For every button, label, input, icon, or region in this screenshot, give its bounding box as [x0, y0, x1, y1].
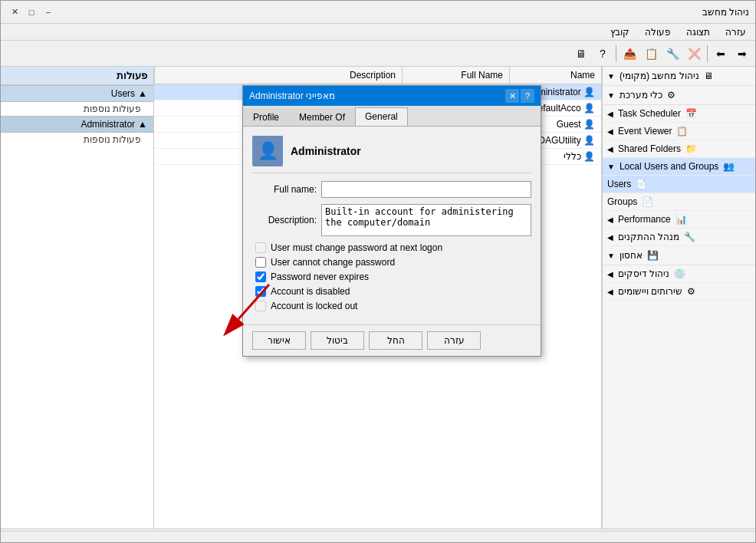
- dialog-footer: עזרה החל ביטול אישור: [243, 324, 541, 356]
- right-panel-label-storage: אחסון: [620, 250, 643, 261]
- chevron-down-icon-tools: ▼: [607, 91, 615, 100]
- menu-help[interactable]: עזרה: [719, 25, 752, 39]
- checkbox-label-never-expires: Password never expires: [271, 272, 369, 282]
- right-panel-label-computer: ניהול מחשב (מקומי): [620, 71, 699, 81]
- menu-file[interactable]: קובץ: [604, 25, 636, 39]
- toolbar-separator-1: [707, 45, 708, 62]
- toolbar-back[interactable]: ⬅: [711, 44, 731, 64]
- right-panel-event-viewer[interactable]: 📋 Event Viewer ◀: [603, 123, 755, 140]
- checkbox-row-locked: Account is locked out: [255, 301, 531, 311]
- window-title: ניהול מחשב: [702, 7, 749, 18]
- right-panel-performance[interactable]: 📊 Performance ◀: [603, 211, 755, 229]
- checkbox-must-change[interactable]: [255, 242, 266, 253]
- section-admin-label: Administrator: [81, 119, 135, 130]
- right-panel-icon-users-groups: 👥: [723, 161, 735, 172]
- dialog-help-btn[interactable]: ?: [521, 89, 534, 103]
- btn-apply[interactable]: החל: [369, 331, 422, 350]
- right-panel-local-users[interactable]: 👥 Local Users and Groups ▼: [603, 158, 755, 176]
- btn-ok[interactable]: אישור: [252, 331, 306, 350]
- right-panel-label-shared: Shared Folders: [618, 143, 681, 154]
- right-panel-label-users-sub: Users: [607, 179, 631, 189]
- menu-view[interactable]: תצוגה: [680, 25, 716, 39]
- subsection-admin-actions[interactable]: פעולות נוספות: [1, 133, 153, 146]
- minimize-button[interactable]: −: [41, 5, 56, 20]
- dialog-title-bar: ? ✕ מאפייני Administrator: [243, 86, 541, 106]
- right-panel-icon-device: 🔧: [684, 232, 695, 242]
- section-users-label: Users: [111, 88, 135, 99]
- toolbar-properties[interactable]: 🔧: [662, 44, 682, 64]
- right-panel-label-groups: Groups: [607, 196, 637, 207]
- checkbox-locked-out[interactable]: [255, 301, 266, 311]
- checkbox-cannot-change[interactable]: [255, 257, 266, 268]
- section-users[interactable]: ▲ Users: [1, 85, 153, 102]
- dialog-close-btn[interactable]: ✕: [505, 89, 519, 103]
- tab-general[interactable]: General: [355, 107, 408, 126]
- checkbox-label-must-change: User must change password at next logon: [271, 242, 442, 253]
- user-icon: 👤: [583, 135, 595, 146]
- dialog-title-controls[interactable]: ? ✕: [505, 89, 534, 103]
- description-input[interactable]: Built-in account for administering the c…: [321, 204, 531, 236]
- checkbox-account-disabled[interactable]: [255, 286, 266, 297]
- user-icon: 👤: [583, 103, 595, 114]
- right-panel-label-scheduler: Task Scheduler: [618, 108, 681, 119]
- toolbar-export[interactable]: 📤: [620, 44, 639, 64]
- right-panel-label-users-groups: Local Users and Groups: [620, 161, 718, 172]
- right-expand-event: ◀: [607, 127, 613, 136]
- maximize-button[interactable]: □: [24, 5, 39, 20]
- right-panel-shared-folders[interactable]: 📁 Shared Folders ◀: [603, 140, 755, 158]
- tab-member-of[interactable]: Member Of: [289, 108, 355, 126]
- checkbox-row-cannot-change: User cannot change password: [255, 257, 531, 268]
- checkbox-row-never-expires: Password never expires: [255, 272, 531, 282]
- description-label: Description:: [252, 215, 321, 225]
- section-admin-expand: ▲: [138, 119, 147, 130]
- right-panel-icon-perf: 📊: [675, 214, 687, 225]
- menu-bar: עזרה תצוגה פעולה קובץ: [1, 24, 755, 41]
- admin-properties-dialog: ? ✕ מאפייני Administrator General Member…: [242, 85, 541, 357]
- btn-cancel[interactable]: ביטול: [311, 331, 364, 350]
- col-header-fullname: Full Name: [402, 67, 509, 84]
- toolbar-help[interactable]: ?: [593, 44, 613, 64]
- description-row: Description: Built-in account for admini…: [252, 204, 531, 236]
- toolbar-view[interactable]: 🖥: [571, 44, 591, 64]
- right-panel-icon-services: ⚙: [687, 286, 695, 297]
- window-controls[interactable]: ✕ □ −: [7, 5, 56, 20]
- right-expand-shared: ◀: [607, 145, 613, 153]
- right-panel-icon-disk: 💿: [674, 268, 685, 279]
- right-panel-tools[interactable]: ⚙ כלי מערכת ▼: [603, 86, 755, 105]
- right-panel-icon-tools: ⚙: [667, 90, 675, 100]
- close-button[interactable]: ✕: [7, 5, 22, 20]
- right-panel-device-manager[interactable]: 🔧 מנהל ההתקנים ◀: [603, 229, 755, 246]
- toolbar-forward[interactable]: ➡: [732, 44, 752, 64]
- user-icon: 👤: [583, 151, 595, 162]
- tab-profile[interactable]: Profile: [243, 108, 289, 126]
- right-panel-disk-mgmt[interactable]: 💿 ניהול דיסקים ◀: [603, 265, 755, 283]
- right-panel-label-services: שירותים ויישומים: [618, 286, 682, 297]
- btn-help[interactable]: עזרה: [427, 331, 481, 350]
- right-panel-computer[interactable]: 🖥 ניהול מחשב (מקומי) ▼: [603, 67, 755, 86]
- right-panel-icon-computer: 🖥: [704, 71, 713, 81]
- toolbar-separator-2: [616, 45, 616, 62]
- user-avatar: 👤: [252, 136, 283, 166]
- right-panel-icon-scheduler: 📅: [685, 108, 697, 119]
- right-panel-storage[interactable]: 💾 אחסון ▼: [603, 246, 755, 265]
- right-panel-users[interactable]: 📄 Users: [603, 176, 755, 193]
- checkbox-label-disabled: Account is disabled: [271, 286, 350, 297]
- subsection-users-actions[interactable]: פעולות נוספות: [1, 102, 153, 116]
- right-panel-task-scheduler[interactable]: 📅 Task Scheduler ◀: [603, 105, 755, 123]
- full-name-input[interactable]: [321, 181, 531, 198]
- right-panel-label-perf: Performance: [618, 214, 671, 225]
- section-admin[interactable]: ▲ Administrator: [1, 116, 153, 133]
- toolbar-delete[interactable]: ❌: [684, 44, 704, 64]
- right-expand-services: ◀: [607, 288, 613, 296]
- right-panel-groups[interactable]: 📄 Groups: [603, 193, 755, 211]
- menu-action[interactable]: פעולה: [639, 25, 677, 39]
- dialog-tabs: General Member Of Profile: [243, 106, 541, 127]
- checkbox-never-expires[interactable]: [255, 272, 266, 282]
- toolbar-copy[interactable]: 📋: [641, 44, 661, 64]
- checkbox-row-must-change: User must change password at next logon: [255, 242, 531, 253]
- user-icon: 👤: [583, 87, 595, 97]
- right-panel-services[interactable]: ⚙ שירותים ויישומים ◀: [603, 283, 755, 301]
- right-panel-icon-shared: 📁: [685, 143, 697, 154]
- toolbar: ➡ ⬅ ❌ 🔧 📋 📤 ? 🖥: [1, 41, 755, 67]
- full-name-row: Full name:: [252, 181, 531, 198]
